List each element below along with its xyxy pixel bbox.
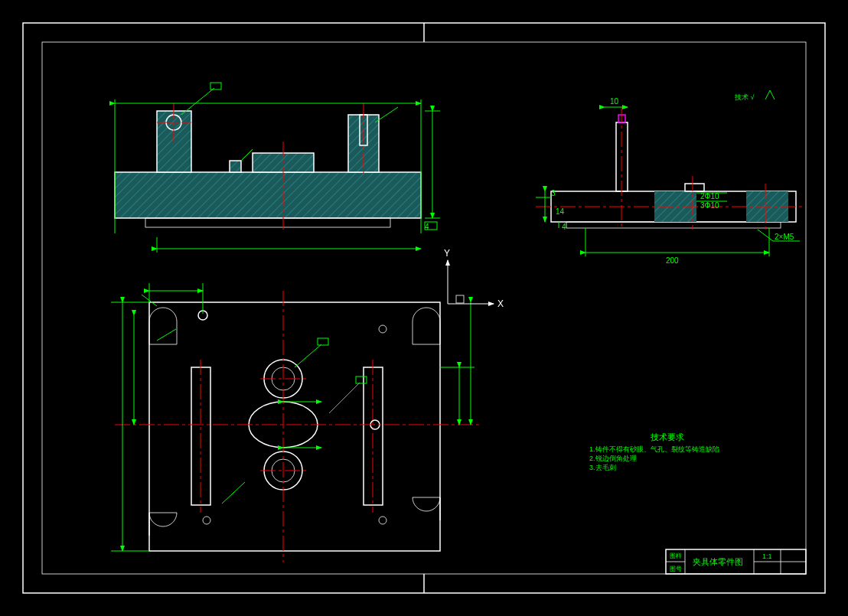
svg-text:3: 3: [551, 189, 556, 197]
drawing-scale: 1:1: [762, 552, 772, 560]
svg-line-71: [222, 482, 245, 504]
title-block: 图样 图号 夹具体零件图 1:1: [666, 549, 806, 574]
svg-text:图号: 图号: [670, 565, 682, 572]
dim-side-top: 10: [610, 97, 619, 106]
dim-thread: 2×M5: [775, 233, 794, 241]
svg-point-52: [379, 325, 386, 333]
svg-rect-68: [318, 338, 328, 345]
svg-rect-6: [145, 218, 390, 227]
svg-text:14: 14: [556, 207, 565, 216]
note-1: 1.铸件不得有砂眼、气孔、裂纹等铸造缺陷: [589, 445, 719, 453]
note-2: 2.锐边倒角处理: [589, 455, 637, 462]
svg-line-75: [157, 329, 176, 341]
svg-rect-4: [115, 172, 421, 218]
svg-point-50: [203, 517, 210, 524]
svg-line-33: [181, 88, 214, 115]
svg-text:技术 √: 技术 √: [734, 93, 755, 101]
notes-heading: 技术要求: [650, 432, 684, 442]
svg-text:图样: 图样: [670, 552, 682, 559]
drawing-canvas: 4 X Y 10 200 3 14 4 2×M5 2Φ10 3Φ10 技术 √ …: [0, 0, 848, 616]
svg-rect-78: [456, 295, 464, 303]
svg-rect-80: [566, 222, 781, 228]
svg-line-69: [329, 383, 360, 413]
svg-text:2Φ10: 2Φ10: [700, 192, 719, 200]
svg-text:4: 4: [562, 223, 566, 231]
ucs-marker: X Y: [444, 248, 504, 309]
top-view: [111, 283, 482, 562]
side-view: 10 200 3 14 4 2×M5 2Φ10 3Φ10: [536, 97, 804, 265]
svg-point-51: [379, 517, 386, 524]
svg-text:3Φ10: 3Φ10: [700, 201, 719, 210]
surface-finish: 技术 √: [734, 90, 775, 101]
axis-x-label: X: [497, 298, 504, 309]
svg-rect-85: [685, 184, 704, 191]
svg-line-102: [758, 230, 773, 241]
plate-outline: [149, 302, 440, 551]
svg-rect-70: [356, 376, 367, 383]
drawing-title: 夹具体零件图: [693, 557, 743, 566]
axis-y-label: Y: [444, 248, 450, 259]
svg-line-67: [295, 344, 321, 367]
svg-rect-34: [210, 83, 221, 90]
technical-notes: 技术要求 1.铸件不得有砂眼、气孔、裂纹等铸造缺陷 2.锐边倒角处理 3.去毛刺: [589, 432, 719, 471]
note-3: 3.去毛刺: [589, 464, 616, 471]
dim-side-width: 200: [666, 256, 679, 265]
svg-rect-14: [230, 161, 241, 172]
svg-line-35: [241, 149, 253, 161]
front-view: 4: [115, 83, 440, 253]
